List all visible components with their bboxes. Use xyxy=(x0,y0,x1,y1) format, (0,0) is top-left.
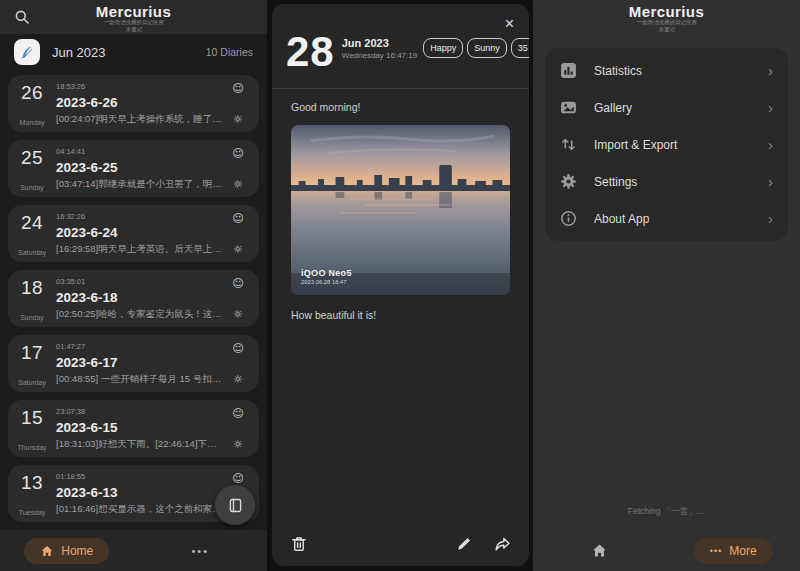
diary-list-screen: Mercurius 一款简洁优雅的日记应用 水星记 Jun 2023 10 Di… xyxy=(0,0,267,571)
diary-card[interactable]: 17Saturday 01:47:272023-6-17[00:48:55] 一… xyxy=(8,335,259,392)
entry-preview: [02:50:25]哈哈，专家鉴定为鼠头！这… xyxy=(56,308,225,321)
menu-item-gallery[interactable]: Gallery › xyxy=(545,89,788,126)
new-diary-fab[interactable] xyxy=(215,485,255,525)
entry-day: 13 xyxy=(21,472,43,494)
chip-mood[interactable]: Happy xyxy=(423,38,463,58)
entry-weekday: Saturday xyxy=(18,249,46,256)
entry-time: 03:35:01 xyxy=(56,277,225,286)
month-row: Jun 2023 10 Diaries xyxy=(0,34,267,70)
weather-sun-icon: ☼ xyxy=(233,374,243,385)
arrows-up-down-icon xyxy=(560,136,577,153)
app-title: Mercurius xyxy=(90,4,178,19)
mood-smiley-icon: ☺ xyxy=(232,213,243,224)
detail-header: 28 Jun 2023 Wednesday 16:47:19 Happy Sun… xyxy=(272,4,529,72)
bottom-nav: Home ••• xyxy=(0,530,267,571)
entry-time: 16:32:26 xyxy=(56,212,225,221)
mood-smiley-icon: ☺ xyxy=(232,473,243,484)
app-logo-icon[interactable] xyxy=(14,39,40,65)
nav-more-button[interactable]: ••• More xyxy=(694,538,773,564)
detail-day: 28 xyxy=(286,32,335,72)
menu-item-statistics[interactable]: Statistics › xyxy=(545,52,788,89)
weather-sun-icon: ☼ xyxy=(233,244,243,255)
share-button[interactable] xyxy=(493,535,511,553)
weather-sun-icon: ☼ xyxy=(233,309,243,320)
entry-day: 17 xyxy=(21,342,43,364)
weather-sun-icon: ☼ xyxy=(233,439,243,450)
nav-home-label: Home xyxy=(61,544,93,558)
entry-date: 2023-6-15 xyxy=(56,420,225,435)
journal-icon xyxy=(227,497,244,514)
app-header: Mercurius 一款简洁优雅的日记应用 水星记 xyxy=(0,0,267,34)
diary-card[interactable]: 25Sunday 04:14:412023-6-25[03:47:14]郭继承就… xyxy=(8,140,259,197)
chevron-right-icon: › xyxy=(768,174,773,189)
nav-home-button[interactable]: Home xyxy=(24,538,109,564)
info-icon xyxy=(560,210,577,227)
entry-date: 2023-6-26 xyxy=(56,95,225,110)
entry-preview: [03:47:14]郭继承就是个小丑罢了，明… xyxy=(56,178,225,191)
mood-smiley-icon: ☺ xyxy=(232,83,243,94)
chip-word-count[interactable]: 35 Words xyxy=(511,38,529,58)
entry-time: 18:53:26 xyxy=(56,82,225,91)
chevron-right-icon: › xyxy=(768,137,773,152)
photo-watermark: iQOO Neo5 2023.06.28 16:47 xyxy=(301,268,352,287)
entry-preview: [00:24:07]明天早上考操作系统，睡了… xyxy=(56,113,225,126)
menu-item-settings[interactable]: Settings › xyxy=(545,163,788,200)
entry-time: 01:47:27 xyxy=(56,342,225,351)
chip-weather[interactable]: Sunny xyxy=(467,38,507,58)
nav-more-button[interactable]: ••• xyxy=(191,545,209,557)
app-title: Mercurius xyxy=(623,4,711,19)
more-screen: Mercurius 一款简洁优雅的日记应用 水星记 Statistics › G… xyxy=(533,0,800,571)
close-icon[interactable]: × xyxy=(505,16,514,32)
entry-day: 24 xyxy=(21,212,43,234)
detail-body: Good morning! xyxy=(272,89,529,321)
mood-smiley-icon: ☺ xyxy=(232,408,243,419)
weather-sun-icon: ☼ xyxy=(233,114,243,125)
search-icon[interactable] xyxy=(14,9,30,25)
nav-more-label: More xyxy=(729,544,756,558)
chevron-right-icon: › xyxy=(768,211,773,226)
chevron-right-icon: › xyxy=(768,63,773,78)
home-icon xyxy=(591,542,608,559)
detail-toolbar xyxy=(272,522,529,566)
diary-card[interactable]: 26Monday 18:53:262023-6-26[00:24:07]明天早上… xyxy=(8,75,259,132)
diary-detail-screen: × 28 Jun 2023 Wednesday 16:47:19 Happy S… xyxy=(267,0,533,571)
entry-day: 18 xyxy=(21,277,43,299)
bar-chart-icon xyxy=(560,62,577,79)
diary-card[interactable]: 24Saturday 16:32:262023-6-24[16:29:58]明天… xyxy=(8,205,259,262)
diary-card[interactable]: 15Thursday 23:07:382023-6-15[18:31:03]好想… xyxy=(8,400,259,457)
diary-text: Good morning! xyxy=(291,101,510,113)
entry-date: 2023-6-13 xyxy=(56,485,225,500)
entry-preview: [00:48:55] 一些开销样子每月 15 号扣… xyxy=(56,373,225,386)
diary-detail-card: × 28 Jun 2023 Wednesday 16:47:19 Happy S… xyxy=(272,4,529,566)
edit-button[interactable] xyxy=(455,535,473,553)
month-label: Jun 2023 xyxy=(52,45,206,60)
app-header: Mercurius 一款简洁优雅的日记应用 水星记 xyxy=(533,0,800,34)
image-icon xyxy=(560,99,577,116)
menu-item-about[interactable]: About App › xyxy=(545,200,788,237)
entry-weekday: Sunday xyxy=(20,184,44,191)
nav-home-button[interactable] xyxy=(591,542,608,559)
entry-weekday: Monday xyxy=(20,119,45,126)
diary-card[interactable]: 18Sunday 03:35:012023-6-18[02:50:25]哈哈，专… xyxy=(8,270,259,327)
delete-button[interactable] xyxy=(290,535,308,553)
entry-day: 25 xyxy=(21,147,43,169)
hitokoto-fetching-text: Fetching 「一言」… xyxy=(533,506,800,518)
entry-date: 2023-6-18 xyxy=(56,290,225,305)
entry-date: 2023-6-25 xyxy=(56,160,225,175)
entry-weekday: Tuesday xyxy=(19,509,46,516)
diary-photo[interactable]: iQOO Neo5 2023.06.28 16:47 xyxy=(291,125,510,295)
weather-sun-icon: ☼ xyxy=(233,179,243,190)
entry-weekday: Sunday xyxy=(20,314,44,321)
entry-day: 26 xyxy=(21,82,43,104)
entry-preview: [01:16:46]想买显示器，这个之前和家… xyxy=(56,503,225,516)
more-menu-card: Statistics › Gallery › Import & Export ›… xyxy=(545,48,788,241)
entry-time: 01:18:55 xyxy=(56,472,225,481)
more-dots-icon: ••• xyxy=(710,546,722,556)
chevron-right-icon: › xyxy=(768,100,773,115)
menu-item-import-export[interactable]: Import & Export › xyxy=(545,126,788,163)
diary-card-list: 26Monday 18:53:262023-6-26[00:24:07]明天早上… xyxy=(0,70,267,522)
detail-chips: Happy Sunny 35 Words xyxy=(423,38,529,58)
bottom-nav: ••• More xyxy=(533,530,800,571)
entry-weekday: Saturday xyxy=(18,379,46,386)
entry-preview: [16:29:58]明天早上考英语。后天早上… xyxy=(56,243,225,256)
